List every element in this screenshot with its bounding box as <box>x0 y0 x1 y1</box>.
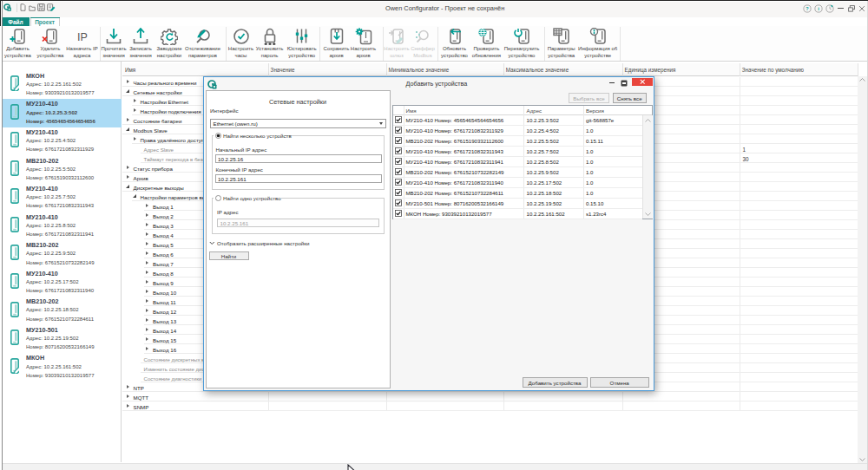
svg-text:i: i <box>818 6 819 11</box>
svg-text:IP: IP <box>77 31 88 43</box>
svg-text:?: ? <box>806 6 809 11</box>
